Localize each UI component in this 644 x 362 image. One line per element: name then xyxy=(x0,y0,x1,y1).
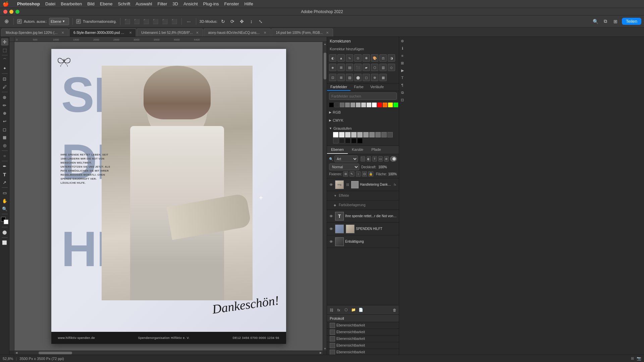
fix-all-icon[interactable]: 🔒 xyxy=(368,171,373,177)
apple-menu[interactable]: 🍎 xyxy=(3,1,9,7)
layer-vis-spenden[interactable]: 👁 xyxy=(328,226,334,232)
align-center-h-button[interactable]: ⬛ xyxy=(133,18,141,25)
rgb-group-header[interactable]: ▶ RGB xyxy=(329,109,397,115)
gs-10[interactable] xyxy=(387,132,393,137)
gs-9[interactable] xyxy=(381,132,387,137)
pen-tool-btn[interactable]: ✒ xyxy=(1,163,8,170)
tab-3[interactable]: Unbenannt-1 bei 52,8% (RGB/8*... ✕ xyxy=(137,28,203,37)
gs-13[interactable] xyxy=(345,138,351,143)
align-left-button[interactable]: ⬛ xyxy=(124,18,131,25)
menu-bild[interactable]: Bild xyxy=(87,1,95,6)
threshold-icon[interactable]: ⬡ xyxy=(371,64,378,71)
right-icon-8[interactable]: ⧉ xyxy=(400,90,405,95)
menu-hilfe[interactable]: Hilfe xyxy=(245,1,253,6)
adj-icon-9[interactable]: ⊡ xyxy=(329,74,336,81)
adj-icon-11[interactable]: ▧ xyxy=(346,74,353,81)
3d-pan-button[interactable]: ✥ xyxy=(238,18,246,25)
menu-schrift[interactable]: Schrift xyxy=(118,1,130,6)
gs-2[interactable] xyxy=(339,132,344,137)
tab-2[interactable]: 6-Style-Banner-3000x3000.psd bei 52,8% (… xyxy=(69,28,136,37)
menu-bearbeiten[interactable]: Bearbeiten xyxy=(61,1,82,6)
close-window-button[interactable] xyxy=(3,10,7,14)
prot-item-5[interactable]: Ebenensichtbarkeit xyxy=(327,349,399,355)
adj-icon-10[interactable]: ⊞ xyxy=(337,74,345,81)
swatch-white[interactable] xyxy=(372,103,377,107)
maximize-window-button[interactable] xyxy=(15,10,19,14)
gradient-tool-btn[interactable]: ▦ xyxy=(1,134,8,141)
add-correction-button[interactable]: Korrektur hinzufügen xyxy=(327,46,399,53)
scroll-thumb-horizontal[interactable] xyxy=(39,352,72,354)
menu-datei[interactable]: Datei xyxy=(45,1,55,6)
selective-color-icon[interactable]: ◇ xyxy=(388,64,395,71)
status-icon-2[interactable]: 📷 xyxy=(637,356,641,361)
posterize-icon[interactable]: ▰ xyxy=(363,64,370,71)
levels-icon[interactable]: ▲ xyxy=(337,54,345,62)
prot-item-2[interactable]: Ebenensichtbarkeit xyxy=(327,329,399,336)
3d-rotate-button[interactable]: ↻ xyxy=(219,18,227,25)
align-center-v-button[interactable]: ⬛ xyxy=(161,18,169,25)
tab-verlaeufe[interactable]: Verläufe xyxy=(367,83,387,91)
fix-pixel-icon[interactable]: ✎ xyxy=(350,171,355,177)
invert-icon[interactable]: ⬛ xyxy=(354,64,362,71)
flaeche-value[interactable]: 100% xyxy=(388,172,397,176)
type-tool-btn[interactable]: T xyxy=(1,171,8,178)
layer-vis-handletering[interactable]: 👁 xyxy=(328,182,334,187)
cmyk-group-header[interactable]: ▶ CMYK xyxy=(329,117,397,123)
menu-photoshop[interactable]: Photoshop xyxy=(17,1,40,6)
swatch-orange[interactable] xyxy=(383,103,387,107)
swatch-black[interactable] xyxy=(329,103,334,107)
shape-filter-icon[interactable]: ▭ xyxy=(378,156,383,162)
layer-entsattigung[interactable]: 👁 Entsättigung xyxy=(327,235,399,248)
search-button[interactable]: 🔍 xyxy=(592,18,599,25)
autoselect-checkbox[interactable]: ✓ xyxy=(17,19,22,24)
right-icon-5[interactable]: ▶ xyxy=(400,68,405,73)
screen-mode-btn[interactable]: ⬜ xyxy=(1,239,8,246)
eyedropper-tool-btn[interactable]: 🖊 xyxy=(1,83,8,90)
fix-pos-icon[interactable]: ⊞ xyxy=(343,171,348,177)
quick-mask-btn[interactable]: ⬤ xyxy=(1,229,8,236)
workspace-button[interactable]: ⧉ xyxy=(602,18,609,25)
right-icon-4[interactable]: ⊞ xyxy=(400,60,405,66)
gs-5[interactable] xyxy=(357,132,363,137)
layer-handletering[interactable]: 👁 img ⛓ Handletering Dankeschön fx xyxy=(327,178,399,191)
path-select-btn[interactable]: ↗ xyxy=(1,179,8,186)
scroll-right-arrow[interactable]: ▶ xyxy=(319,352,323,354)
brush-tool-btn[interactable]: ✏ xyxy=(1,102,8,109)
swatch-dark1[interactable] xyxy=(334,103,339,107)
text-filter-icon[interactable]: T xyxy=(372,156,377,162)
exposure-icon[interactable]: ⊙ xyxy=(354,54,362,62)
gs-11[interactable] xyxy=(333,138,338,143)
pfade-tab[interactable]: Pfade xyxy=(367,146,385,154)
menu-fenster[interactable]: Fenster xyxy=(224,1,239,6)
right-icon-3[interactable]: ≡ xyxy=(400,53,405,58)
tab-1-close[interactable]: ✕ xyxy=(61,31,64,35)
magic-wand-tool-btn[interactable]: ✦ xyxy=(1,65,8,72)
swatch-yellow[interactable] xyxy=(388,103,393,107)
blend-mode-dropdown[interactable]: Normal xyxy=(329,164,359,170)
move-tool-btn[interactable]: ✛ xyxy=(1,38,8,46)
scroll-left-arrow[interactable]: ◀ xyxy=(14,352,18,354)
channel-mixer-icon[interactable]: ⊞ xyxy=(337,64,345,71)
gradient-map-icon[interactable]: ▥ xyxy=(379,64,387,71)
add-style-button[interactable]: fx xyxy=(336,307,342,313)
tab-4[interactable]: aiony-haust-8OxVecNEuCQ-unsplash.jpg bei… xyxy=(204,28,271,37)
3d-slide-button[interactable]: ↕ xyxy=(248,18,255,25)
swatch-light4[interactable] xyxy=(367,103,371,107)
kanaele-tab[interactable]: Kanäle xyxy=(348,146,367,154)
adj-icon-13[interactable]: ◻ xyxy=(363,74,370,81)
opacity-value[interactable]: 100% xyxy=(378,165,387,169)
horizontal-scrollbar[interactable]: ◀ ▶ xyxy=(14,351,323,355)
gs-14[interactable] xyxy=(351,138,357,143)
color-balance-icon[interactable]: ⚖ xyxy=(379,54,387,62)
menu-ansicht[interactable]: Ansicht xyxy=(183,1,198,6)
tab-1[interactable]: Mockup-Spenden.jpg bei 120% (RGB... ✕ xyxy=(1,28,68,37)
clone-tool-btn[interactable]: ⊕ xyxy=(1,110,8,117)
hsl-icon[interactable]: 🎨 xyxy=(371,54,378,62)
tab-3-close[interactable]: ✕ xyxy=(196,31,199,35)
right-icon-9[interactable]: ⊡ xyxy=(400,97,405,103)
prot-item-3[interactable]: Ebenensichtbarkeit xyxy=(327,336,399,342)
smart-filter-icon[interactable]: ⊛ xyxy=(384,156,389,162)
add-mask-button[interactable]: ⬡ xyxy=(343,307,349,313)
gs-1[interactable] xyxy=(333,132,338,137)
layer-fx-handletering[interactable]: fx xyxy=(394,183,396,186)
